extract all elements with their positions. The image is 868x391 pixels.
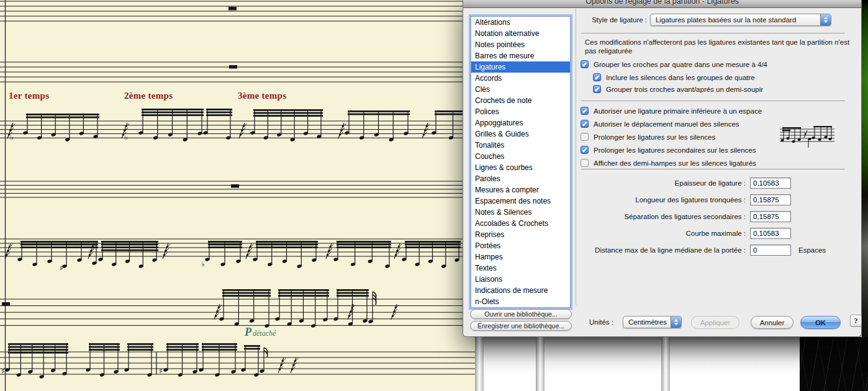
- field-input-distance-max-de-la-ligne-m-diane-de-la-port-e[interactable]: [750, 245, 791, 256]
- field-suffix: Espaces: [798, 245, 826, 256]
- field-input-s-paration-des-ligatures-secondaires[interactable]: [750, 211, 791, 222]
- field-label-longueur-des-ligatures-tronqu-es: Longueur des ligatures tronquées :: [469, 194, 746, 205]
- sidebar-item-indications-de-mesure[interactable]: Indications de mesure: [471, 285, 570, 296]
- sidebar-item-tonalit-s[interactable]: Tonalités: [471, 140, 570, 151]
- panel-divider: [475, 337, 484, 391]
- field-label-epaisseur-de-ligature: Epaisseur de ligature :: [469, 178, 746, 189]
- checkbox-label: Grouper les croches par quatre dans une …: [594, 60, 767, 69]
- svg-text:♯: ♯: [60, 264, 63, 272]
- sidebar-item-notes-point-es[interactable]: Notes pointées: [471, 39, 570, 50]
- sidebar-item-grilles-guides[interactable]: Grilles & Guides: [471, 128, 570, 140]
- document-options-dialog: Options de réglage de la partition - Lig…: [463, 0, 862, 337]
- help-button[interactable]: ?: [850, 315, 862, 326]
- field-input-longueur-des-ligatures-tronqu-es[interactable]: [750, 194, 791, 205]
- field-input-courbe-maximale[interactable]: [750, 228, 791, 239]
- svg-text:♯: ♯: [159, 367, 163, 375]
- checkbox-label: Grouper trois croches avant/aprés un dem…: [606, 85, 763, 94]
- beam-style-value: Ligatures plates basées sur la note stan…: [656, 16, 796, 24]
- ok-button[interactable]: OK: [800, 316, 841, 329]
- field-label-courbe-maximale: Courbe maximale :: [469, 228, 746, 239]
- checkbox-autoriser-le-d-placement-manuel-des-silences[interactable]: ✔: [581, 120, 589, 128]
- sidebar-item-ligatures[interactable]: Ligatures: [471, 61, 570, 73]
- background-window-panels: [475, 337, 800, 391]
- sidebar-item-accords[interactable]: Accords: [471, 73, 570, 84]
- checkbox-inclure-les-silences-dans-les-groupes-de-quatre[interactable]: ✔: [593, 73, 601, 81]
- svg-text:♭: ♭: [124, 133, 128, 142]
- separator: [581, 101, 845, 101]
- field-input-epaisseur-de-ligature[interactable]: [750, 178, 791, 189]
- vertical-separator: [576, 9, 576, 305]
- sidebar-item-couches[interactable]: Couches: [471, 151, 570, 162]
- open-library-button[interactable]: Ouvrir une bibliothèque...: [470, 309, 572, 319]
- sidebar-item-lignes-courbes[interactable]: Lignes & courbes: [471, 162, 570, 173]
- apply-button[interactable]: Appliquer: [691, 316, 739, 329]
- screen: ♭♭♯♭♯♯ 1er temps 2ème temps 3ème temps P…: [0, 0, 868, 391]
- score-label-beat3: 3ème temps: [238, 91, 286, 101]
- separator: [581, 169, 845, 169]
- sidebar-item-polices[interactable]: Polices: [471, 106, 570, 117]
- piano-symbol: P: [245, 326, 251, 338]
- sheet-music-page: ♭♭♯♭♯♯ 1er temps 2ème temps 3ème temps P…: [0, 0, 476, 391]
- beam-style-popup[interactable]: Ligatures plates basées sur la note stan…: [650, 14, 831, 26]
- units-label: Unités :: [589, 318, 613, 326]
- rebeam-note-text: Ces modifications n'affecteront pas les …: [585, 38, 856, 55]
- svg-text:♭: ♭: [201, 260, 205, 269]
- cancel-button[interactable]: Annuler: [751, 316, 793, 329]
- desktop-wallpaper-strip: [862, 0, 868, 391]
- panel-divider: [536, 337, 545, 391]
- units-popup[interactable]: Centimètres: [623, 316, 682, 328]
- dialog-title: Options de réglage de la partition - Lig…: [463, 0, 861, 6]
- checkbox-label: Prolonger les ligatures sur les silences: [594, 133, 715, 142]
- checkbox-label: Autoriser le déplacement manuel des sile…: [594, 120, 739, 128]
- popup-stepper-icon: [820, 14, 831, 25]
- sidebar-item-cl-s[interactable]: Clés: [471, 84, 570, 95]
- options-category-list: AltérationsNotation alternativeNotes poi…: [471, 16, 571, 308]
- checkbox-prolonger-les-ligatures-secondaires-sur-les-silences[interactable]: ✔: [581, 146, 589, 154]
- sidebar-item-notation-alternative[interactable]: Notation alternative: [471, 28, 570, 39]
- popup-stepper-icon: [671, 317, 681, 328]
- checkbox-label: Prolonger les ligatures secondaires sur …: [594, 146, 756, 155]
- desktop-wallpaper-corner: [800, 337, 868, 391]
- dialog-titlebar[interactable]: Options de réglage de la partition - Lig…: [463, 0, 861, 8]
- save-library-button[interactable]: Enregistrer une bibliothèque...: [470, 321, 572, 331]
- checkbox-label: Afficher des demi-hampes sur les silence…: [594, 159, 756, 168]
- score-label-beat1: 1er temps: [9, 91, 49, 101]
- checkbox-prolonger-les-ligatures-sur-les-silences[interactable]: [581, 133, 589, 141]
- sidebar-item-barres-de-mesure[interactable]: Barres de mesure: [471, 50, 570, 61]
- score-label-beat2: 2ème temps: [124, 91, 173, 101]
- beam-preview-image: [779, 123, 836, 151]
- music-notation: ♭♭♯♭♯♯: [0, 0, 476, 391]
- checkbox-grouper-les-croches-par-quatre-dans-une-mesure-4-4[interactable]: ✔: [581, 60, 589, 68]
- checkbox-label: Inclure les silences dans les groupes de…: [606, 73, 755, 82]
- field-label-distance-max-de-la-ligne-m-diane-de-la-port-e: Distance max de la ligne médiane de la p…: [469, 245, 746, 256]
- sidebar-item-appoggiatures[interactable]: Appoggiatures: [471, 117, 570, 128]
- field-label-s-paration-des-ligatures-secondaires: Séparation des ligatures secondaires :: [469, 211, 746, 222]
- svg-text:♯: ♯: [1, 367, 5, 375]
- checkbox-afficher-des-demi-hampes-sur-les-silences-ligatur-s[interactable]: [581, 159, 589, 167]
- units-value: Centimètres: [628, 318, 667, 326]
- score-dynamic-marking: Pdétaché: [245, 326, 276, 339]
- sidebar-item-n-olets[interactable]: n-Olets: [471, 296, 570, 307]
- checkbox-grouper-trois-croches-avant-apr-s-un-demi-soupir[interactable]: ✔: [593, 85, 601, 93]
- panel-divider: [661, 337, 670, 391]
- separator: [581, 33, 845, 34]
- sidebar-item-liaisons[interactable]: Liaisons: [471, 274, 570, 285]
- beam-style-label: Style de ligature :: [525, 16, 647, 24]
- checkbox-label: Autoriser une ligature primaire inférieu…: [594, 107, 762, 115]
- svg-text:♭: ♭: [10, 133, 14, 142]
- sidebar-item-textes[interactable]: Textes: [471, 263, 570, 274]
- checkbox-autoriser-une-ligature-primaire-inf-rieure-un-espace[interactable]: ✔: [581, 107, 589, 115]
- sidebar-item-crochets-de-note[interactable]: Crochets de note: [471, 95, 570, 106]
